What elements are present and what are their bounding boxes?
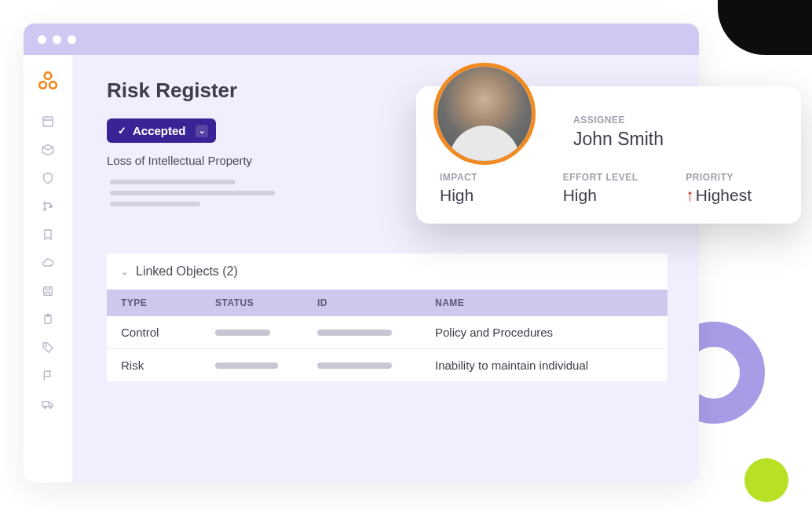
svg-point-1 xyxy=(39,82,46,89)
impact-value: High xyxy=(440,186,532,205)
cell-id xyxy=(317,362,435,369)
cell-name: Inability to maintain individual xyxy=(435,359,653,372)
cell-name: Policy and Procedures xyxy=(435,326,653,339)
avatar[interactable] xyxy=(433,63,536,165)
svg-point-2 xyxy=(49,82,57,89)
cell-id xyxy=(317,330,435,336)
impact-label: IMPACT xyxy=(440,172,532,183)
svg-rect-3 xyxy=(43,117,53,126)
col-status: STATUS xyxy=(215,297,317,308)
check-icon: ✓ xyxy=(118,125,126,137)
priority-label: PRIORITY xyxy=(686,172,777,183)
status-label: Accepted xyxy=(133,124,186,137)
table-row[interactable]: Control Policy and Procedures xyxy=(107,316,668,349)
assignee-name: John Smith xyxy=(573,129,777,150)
sidebar-shield-icon[interactable] xyxy=(41,171,55,185)
sidebar-package-icon[interactable] xyxy=(41,143,55,157)
col-name: NAME xyxy=(435,297,653,308)
chevron-down-icon: ⌄ xyxy=(121,267,128,277)
window-titlebar xyxy=(24,24,699,55)
cell-type: Risk xyxy=(121,359,215,372)
sidebar-bookmark-icon[interactable] xyxy=(41,228,55,242)
priority-metric: PRIORITY ↑Highest xyxy=(686,172,777,205)
linked-table-header: TYPE STATUS ID NAME xyxy=(107,290,668,316)
svg-point-5 xyxy=(44,209,46,211)
col-type: TYPE xyxy=(121,297,215,308)
priority-value: ↑Highest xyxy=(686,186,777,205)
linked-objects-section: ⌄ Linked Objects (2) TYPE STATUS ID NAME… xyxy=(107,253,668,381)
svg-rect-7 xyxy=(44,287,53,296)
sidebar-tag-icon[interactable] xyxy=(41,341,55,355)
effort-metric: EFFORT LEVEL High xyxy=(563,172,655,205)
effort-label: EFFORT LEVEL xyxy=(563,172,655,183)
impact-metric: IMPACT High xyxy=(440,172,532,205)
assignee-label: ASSIGNEE xyxy=(573,115,777,126)
svg-point-10 xyxy=(46,345,46,346)
col-id: ID xyxy=(317,297,435,308)
cell-type: Control xyxy=(121,326,215,339)
avatar-image xyxy=(437,67,532,161)
cell-status xyxy=(215,330,317,336)
decorative-dot xyxy=(744,458,788,502)
effort-value: High xyxy=(563,186,655,205)
svg-point-4 xyxy=(44,202,46,205)
window-control-icon[interactable] xyxy=(53,35,61,44)
svg-point-0 xyxy=(45,72,52,79)
assignee-card: ASSIGNEE John Smith IMPACT High EFFORT L… xyxy=(416,86,801,224)
sidebar-cloud-icon[interactable] xyxy=(41,256,55,270)
window-control-icon[interactable] xyxy=(38,35,46,44)
arrow-up-icon: ↑ xyxy=(686,186,694,204)
sidebar-save-icon[interactable] xyxy=(41,284,55,298)
status-dropdown[interactable]: ✓ Accepted ⌄ xyxy=(107,118,216,143)
sidebar xyxy=(24,55,72,483)
sidebar-truck-icon[interactable] xyxy=(41,397,55,411)
sidebar-clipboard-icon[interactable] xyxy=(41,312,55,326)
chevron-down-icon: ⌄ xyxy=(196,125,208,137)
decorative-corner xyxy=(718,0,812,55)
table-row[interactable]: Risk Inability to maintain individual xyxy=(107,349,668,381)
sidebar-flag-icon[interactable] xyxy=(41,369,55,383)
linked-objects-toggle[interactable]: ⌄ Linked Objects (2) xyxy=(107,253,668,290)
cell-status xyxy=(215,362,317,369)
window-control-icon[interactable] xyxy=(68,35,76,44)
sidebar-dashboard-icon[interactable] xyxy=(41,115,55,129)
linked-objects-title: Linked Objects (2) xyxy=(136,264,238,279)
app-logo-icon[interactable] xyxy=(38,71,58,96)
sidebar-branch-icon[interactable] xyxy=(41,199,55,213)
